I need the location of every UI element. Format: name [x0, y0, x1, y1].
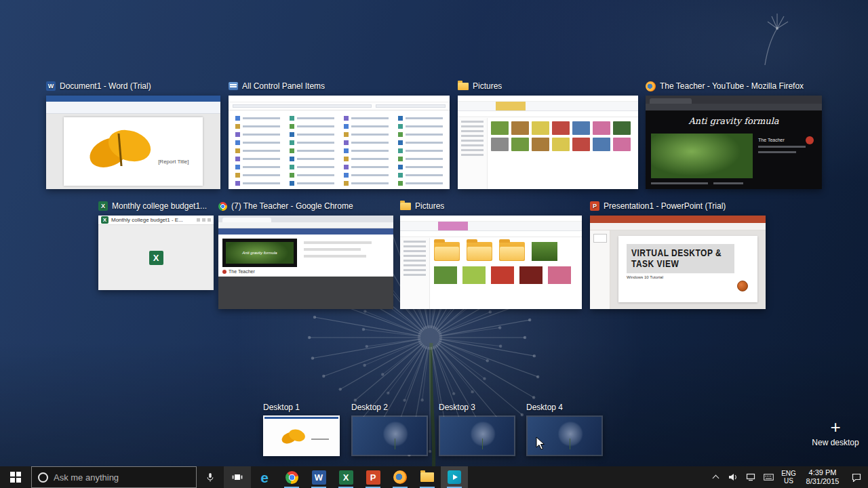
- search-box[interactable]: [31, 466, 197, 488]
- control-panel-address-bar: [229, 102, 450, 110]
- window-controls: [197, 218, 211, 222]
- sidebar-row: [403, 241, 426, 243]
- facebook-video-post: Anti gravity formula: [222, 239, 297, 267]
- taskbar-active-app-button[interactable]: [441, 466, 468, 488]
- plus-icon: [808, 418, 863, 436]
- firefox-icon: [646, 81, 656, 92]
- taskbar-powerpoint-button[interactable]: [359, 466, 387, 488]
- control-panel-titlebar: [229, 96, 450, 102]
- taskbar-chrome-button[interactable]: [278, 466, 305, 488]
- desktop-1-preview: [264, 417, 338, 455]
- taskbar-edge-button[interactable]: [251, 466, 278, 488]
- window-chrome-thumbnail[interactable]: Anti gravity formula The Teacher: [218, 216, 393, 309]
- photo-thumbnail: [511, 138, 529, 151]
- volume-button[interactable]: [724, 466, 742, 488]
- window-excel-thumbnail[interactable]: Monthly college budget1 - E...: [98, 216, 214, 290]
- taskbar-excel-button[interactable]: [332, 466, 359, 488]
- window-title: The Teacher - YouTube - Mozilla Firefox: [660, 81, 804, 91]
- slide-thumbnail: [593, 234, 607, 243]
- control-panel-item: [235, 165, 280, 169]
- window-control-panel-title-row: All Control Panel Items: [229, 80, 450, 92]
- language-code: ENG: [781, 470, 796, 477]
- facebook-header-bar: [218, 228, 393, 235]
- window-chrome[interactable]: (7) The Teacher - Google Chrome Anti gra…: [218, 200, 393, 309]
- window-pictures-1[interactable]: Pictures: [458, 80, 638, 189]
- window-chrome-title-row: (7) The Teacher - Google Chrome: [218, 200, 393, 212]
- control-panel-item: [235, 140, 280, 145]
- window-pictures-2-thumbnail[interactable]: [400, 216, 582, 309]
- desktop-3[interactable]: Desktop 3: [439, 403, 515, 456]
- taskbar-file-explorer-button[interactable]: [414, 466, 441, 488]
- chrome-nav-bar: [218, 222, 393, 228]
- window-word-thumbnail[interactable]: [Report Title]: [46, 96, 220, 189]
- excel-window-title: Monthly college budget1 - E...: [111, 217, 194, 223]
- control-panel-item: [235, 173, 280, 178]
- excel-icon: [101, 216, 108, 224]
- excel-body: [98, 225, 214, 290]
- show-hidden-icons-button[interactable]: [707, 466, 724, 488]
- photo-thumbnail: [532, 242, 557, 261]
- pictures1-photo-grid: [488, 118, 638, 189]
- window-powerpoint[interactable]: Presentation1 - PowerPoint (Trial) VIRTU…: [590, 200, 766, 309]
- desktop-2-thumbnail[interactable]: [351, 415, 428, 456]
- control-panel-item: [398, 116, 443, 121]
- window-pictures-1-title-row: Pictures: [458, 80, 638, 92]
- taskbar-word-button[interactable]: [305, 466, 332, 488]
- desktop-2[interactable]: Desktop 2: [351, 403, 428, 456]
- control-panel-item: [235, 157, 280, 161]
- word-icon: [312, 470, 326, 485]
- control-panel-item: [398, 140, 443, 145]
- start-button[interactable]: [0, 466, 31, 488]
- microphone-icon: [205, 472, 215, 483]
- window-pictures-1-thumbnail[interactable]: [458, 96, 638, 189]
- taskbar-firefox-button[interactable]: [387, 466, 414, 488]
- window-title: All Control Panel Items: [242, 81, 325, 91]
- window-control-panel-thumbnail[interactable]: [229, 96, 450, 189]
- window-pictures-2[interactable]: Pictures: [400, 200, 582, 309]
- task-view-button[interactable]: [224, 466, 251, 488]
- photo-thumbnail: [491, 121, 509, 135]
- control-panel-item: [344, 165, 389, 169]
- control-panel-item: [398, 165, 443, 169]
- mic-button[interactable]: [197, 466, 224, 488]
- new-desktop-label: New desktop: [808, 438, 863, 447]
- language-indicator[interactable]: ENG US: [777, 466, 800, 488]
- new-desktop-button[interactable]: New desktop: [808, 418, 863, 447]
- network-button[interactable]: [742, 466, 760, 488]
- explorer-body: [400, 238, 582, 309]
- window-powerpoint-thumbnail[interactable]: VIRTUAL DESKTOP & TASK VIEW Windows 10 T…: [590, 216, 766, 309]
- butterfly-image: [279, 426, 308, 448]
- channel-avatar: [806, 136, 814, 144]
- slide-decoration-circle: [737, 281, 748, 291]
- window-firefox[interactable]: The Teacher - YouTube - Mozilla Firefox …: [646, 80, 822, 189]
- window-excel[interactable]: Monthly college budget1... Monthly colle…: [98, 200, 214, 290]
- chrome-tab-bar: [218, 216, 393, 222]
- search-input[interactable]: [54, 472, 190, 483]
- desktop-3-thumbnail[interactable]: [439, 415, 515, 456]
- slide-stage: VIRTUAL DESKTOP & TASK VIEW Windows 10 T…: [610, 230, 766, 309]
- control-panel-item: [290, 165, 334, 169]
- photo-thumbnail: [519, 266, 542, 284]
- window-title: Monthly college budget1...: [112, 201, 207, 211]
- channel-avatar: [222, 270, 226, 274]
- control-panel-item: [290, 157, 334, 161]
- touch-keyboard-button[interactable]: [760, 466, 777, 488]
- control-panel-item: [235, 181, 280, 186]
- slide: VIRTUAL DESKTOP & TASK VIEW Windows 10 T…: [618, 236, 757, 302]
- window-control-panel[interactable]: All Control Panel Items: [229, 80, 450, 189]
- sidebar-row: [461, 125, 484, 127]
- clock-time: 4:39 PM: [809, 468, 837, 477]
- clock[interactable]: 4:39 PM 8/31/2015: [800, 466, 845, 488]
- excel-icon: [98, 201, 108, 211]
- desktop-1-thumbnail[interactable]: [263, 415, 340, 456]
- desktop-3-label: Desktop 3: [439, 403, 515, 413]
- window-word[interactable]: Document1 - Word (Trial) [Report Title]: [46, 80, 220, 189]
- desktop-4-thumbnail[interactable]: [526, 415, 603, 456]
- action-center-button[interactable]: [845, 466, 868, 488]
- pictures2-folder-row: [434, 242, 578, 261]
- word-ribbon: [46, 102, 220, 114]
- sidebar-row: [461, 140, 484, 142]
- desktop-1[interactable]: Desktop 1: [263, 403, 340, 456]
- window-firefox-thumbnail[interactable]: Anti gravity formula The Teacher: [646, 96, 822, 189]
- control-panel-item: [235, 116, 280, 121]
